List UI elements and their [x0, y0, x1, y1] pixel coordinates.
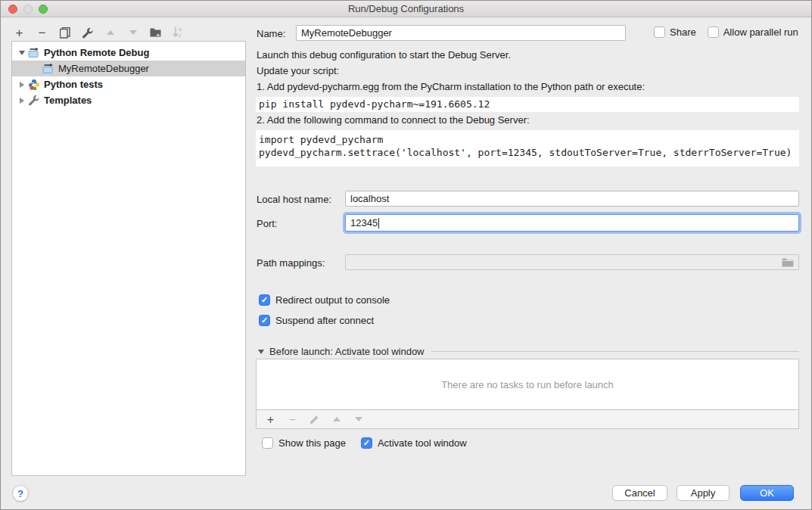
- local-host-input[interactable]: localhost: [345, 191, 799, 207]
- name-value: MyRemoteDebugger: [301, 27, 392, 39]
- redirect-output-label: Redirect output to console: [275, 294, 390, 306]
- ok-button[interactable]: OK: [740, 485, 794, 501]
- svg-text:a: a: [179, 26, 182, 32]
- svg-text:z: z: [179, 33, 182, 38]
- redirect-output-checkbox[interactable]: ✓: [259, 294, 270, 306]
- apply-button[interactable]: Apply: [677, 485, 730, 501]
- instruction-line-1: Launch this debug configuration to start…: [257, 49, 511, 61]
- help-button[interactable]: ?: [12, 485, 29, 502]
- chevron-expanded-icon[interactable]: [17, 51, 27, 55]
- before-launch-task-list[interactable]: There are no tasks to run before launch: [256, 359, 799, 410]
- suspend-after-connect-label: Suspend after connect: [275, 315, 374, 326]
- remote-debug-config-icon: [27, 47, 40, 59]
- remove-configuration-button[interactable]: −: [36, 26, 48, 39]
- remove-task-button: −: [286, 413, 299, 426]
- remote-debug-config-icon: [42, 63, 54, 75]
- titlebar[interactable]: Run/Debug Configurations: [1, 1, 811, 17]
- task-list-toolbar: + −: [256, 410, 799, 429]
- activate-tool-window-checkbox[interactable]: ✓: [361, 437, 372, 449]
- configurations-toolbar: + − az: [13, 26, 185, 39]
- add-task-button[interactable]: +: [264, 413, 277, 426]
- run-debug-configurations-dialog: Run/Debug Configurations + − az Python R…: [0, 0, 812, 510]
- before-launch-title: Before launch: Activate tool window: [269, 346, 425, 357]
- tree-item-python-remote-debug[interactable]: Python Remote Debug: [12, 45, 245, 61]
- port-value: 12345: [350, 217, 378, 229]
- section-divider: [431, 351, 799, 352]
- path-mappings-label: Path mappings:: [257, 257, 325, 269]
- activate-tool-window-label: Activate tool window: [378, 437, 467, 449]
- chevron-collapsed-icon[interactable]: [17, 82, 27, 88]
- show-this-page-label: Show this page: [278, 437, 346, 449]
- suspend-after-connect-checkbox[interactable]: ✓: [259, 315, 270, 326]
- instruction-line-2: Update your script:: [257, 65, 339, 76]
- name-label: Name:: [257, 28, 285, 39]
- show-this-page-checkbox[interactable]: [262, 437, 273, 449]
- text-caret: [378, 218, 379, 229]
- sort-configurations-icon: az: [172, 26, 185, 39]
- redirect-output-row[interactable]: ✓ Redirect output to console: [259, 294, 390, 306]
- path-mappings-input[interactable]: [345, 254, 799, 270]
- tree-item-templates[interactable]: Templates: [12, 92, 245, 108]
- folder-browse-icon[interactable]: [782, 258, 794, 267]
- move-task-down-icon: [352, 413, 365, 426]
- add-configuration-button[interactable]: +: [13, 26, 26, 39]
- new-folder-icon[interactable]: [149, 26, 162, 39]
- local-host-value: localhost: [350, 193, 389, 204]
- port-input[interactable]: 12345: [345, 214, 799, 232]
- tree-item-label: Templates: [44, 95, 92, 106]
- page-options-row: Show this page ✓ Activate tool window: [262, 437, 467, 449]
- settrace-code-block: import pydevd_pycharm pydevd_pycharm.set…: [256, 130, 799, 166]
- share-label: Share: [670, 26, 696, 38]
- settrace-code-line-1: import pydevd_pycharm: [259, 133, 799, 146]
- before-launch-header[interactable]: Before launch: Activate tool window: [258, 346, 799, 357]
- edit-templates-wrench-icon[interactable]: [81, 26, 94, 39]
- copy-configuration-icon[interactable]: [58, 26, 71, 39]
- allow-parallel-run-label: Allow parallel run: [723, 26, 798, 38]
- configurations-tree: Python Remote Debug MyRemoteDebugger Pyt…: [11, 41, 246, 476]
- python-tests-icon: [27, 79, 40, 91]
- move-down-icon: [126, 26, 139, 39]
- edit-task-pencil-icon: [308, 413, 321, 426]
- settrace-code-line-2: pydevd_pycharm.settrace('localhost', por…: [259, 146, 799, 159]
- instruction-step-2: 2. Add the following command to connect …: [257, 114, 530, 126]
- allow-parallel-run-checkbox[interactable]: [708, 26, 719, 38]
- local-host-label: Local host name:: [257, 194, 331, 205]
- cancel-button[interactable]: Cancel: [612, 485, 667, 501]
- chevron-collapsed-icon[interactable]: [17, 98, 27, 104]
- instruction-step-1: 1. Add pydevd-pycharm.egg from the PyCha…: [257, 81, 645, 92]
- collapse-section-icon[interactable]: [258, 350, 264, 354]
- tree-item-python-tests[interactable]: Python tests: [12, 76, 245, 92]
- tree-item-label: MyRemoteDebugger: [58, 63, 149, 74]
- move-task-up-icon: [330, 413, 343, 426]
- share-checkbox[interactable]: [654, 26, 665, 38]
- share-checkbox-row: Share Allow parallel run: [654, 26, 798, 38]
- suspend-after-connect-row[interactable]: ✓ Suspend after connect: [259, 315, 374, 326]
- templates-wrench-icon: [27, 95, 40, 107]
- tree-item-label: Python tests: [44, 79, 103, 90]
- move-up-icon: [104, 26, 117, 39]
- tree-item-label: Python Remote Debug: [44, 47, 149, 58]
- window-title: Run/Debug Configurations: [1, 3, 811, 14]
- pip-install-code: pip install pydevd-pycharm~=191.6605.12: [256, 97, 799, 112]
- port-label: Port:: [257, 218, 277, 229]
- name-input[interactable]: MyRemoteDebugger: [296, 25, 626, 41]
- tree-item-myremotedebugger[interactable]: MyRemoteDebugger: [12, 61, 245, 76]
- no-tasks-placeholder: There are no tasks to run before launch: [441, 379, 614, 390]
